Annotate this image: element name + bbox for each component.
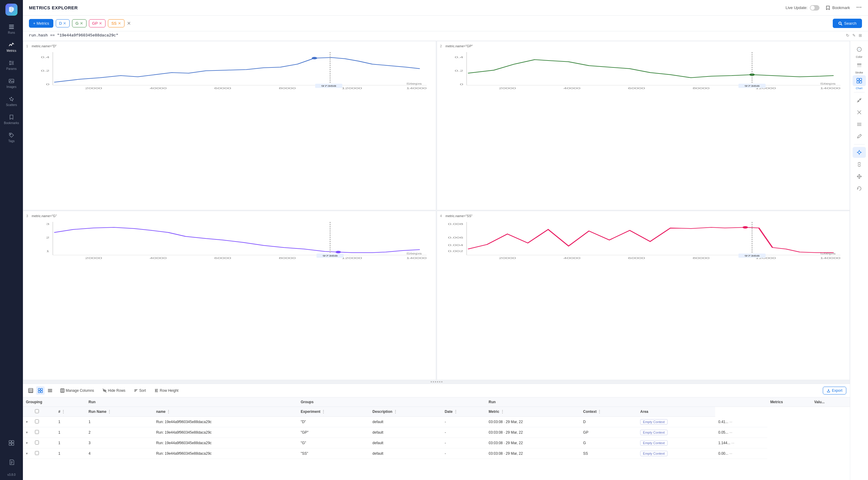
row-checkbox[interactable]: [32, 438, 56, 448]
view-table-btn[interactable]: [27, 386, 35, 395]
row-groups-name: "G": [298, 438, 370, 448]
row-experiment: default: [370, 427, 442, 438]
sidebar-item-metrics[interactable]: Metrics: [2, 39, 21, 56]
remove-tag-d[interactable]: ✕: [63, 21, 66, 26]
row-chevron[interactable]: ▾: [23, 448, 32, 459]
svg-point-14: [10, 99, 11, 101]
color-tool-btn[interactable]: [852, 44, 866, 55]
svg-text:40000: 40000: [150, 256, 167, 260]
export-button[interactable]: Export: [823, 387, 846, 395]
svg-text:40000: 40000: [564, 87, 581, 90]
scatter-icon[interactable]: [852, 95, 866, 106]
row-context[interactable]: Empty Context: [637, 417, 715, 427]
row-checkbox[interactable]: [32, 448, 56, 459]
svg-text:60000: 60000: [628, 87, 645, 90]
manage-columns-button[interactable]: Manage Columns: [58, 387, 96, 394]
row-context[interactable]: Empty Context: [637, 448, 715, 459]
clear-all-tags[interactable]: ✕: [127, 21, 131, 26]
chart-d-label: metric.name="D": [32, 44, 433, 48]
svg-point-41: [312, 57, 317, 59]
chart-gp-svg: 0.4 0.2 0 20000 40000 60000 80000 120000…: [439, 49, 847, 91]
row-checkbox[interactable]: [32, 417, 56, 427]
row-description: -: [442, 417, 486, 427]
svg-rect-105: [61, 389, 64, 392]
row-checkbox[interactable]: [32, 427, 56, 438]
content-area: 1 metric.name="D" 0.4 0.2 0 20000 40000 …: [23, 41, 868, 480]
stroke-tool-btn[interactable]: [852, 60, 866, 70]
sidebar-item-tags[interactable]: Tags: [2, 129, 21, 146]
empty-context-badge[interactable]: Empty Context: [640, 451, 667, 456]
panel-resize-handle[interactable]: [23, 380, 850, 384]
add-metrics-button[interactable]: + Metrics: [29, 19, 53, 28]
svg-rect-9: [9, 79, 14, 83]
sidebar-item-bookmarks[interactable]: Bookmarks: [2, 111, 21, 128]
svg-text:80000: 80000: [279, 87, 296, 90]
svg-text:97368: 97368: [322, 254, 338, 257]
row-context[interactable]: Empty Context: [637, 427, 715, 438]
filter-actions: ↻ ✎ ⊞: [846, 33, 862, 38]
search-button[interactable]: Search: [833, 19, 862, 28]
row-date: 03:03:08 · 29 Mar, 22: [486, 438, 580, 448]
remove-tag-g[interactable]: ✕: [80, 21, 83, 26]
empty-context-badge[interactable]: Empty Context: [640, 430, 667, 435]
view-list-btn[interactable]: [46, 386, 54, 395]
row-chevron[interactable]: ▾: [23, 438, 32, 448]
menu-button[interactable]: [856, 4, 862, 11]
svg-rect-20: [12, 443, 14, 445]
row-groups-name: "SS": [298, 448, 370, 459]
tag-chip-g[interactable]: G ✕: [72, 19, 86, 27]
table-wrapper[interactable]: Grouping Run Groups Run Metrics Valu...: [23, 398, 850, 480]
main-content: METRICS EXPLORER Live Update: Bookmark +…: [23, 0, 868, 480]
tag-chip-d[interactable]: D ✕: [56, 19, 70, 27]
pen-icon[interactable]: [852, 131, 866, 142]
empty-context-badge[interactable]: Empty Context: [640, 440, 667, 446]
crosshair-icon[interactable]: [852, 147, 866, 158]
sidebar-item-images[interactable]: Images: [2, 75, 21, 92]
svg-text:1: 1: [46, 250, 50, 253]
table-section: Manage Columns Hide Rows Sort Row Height: [23, 384, 850, 480]
remove-tag-gp[interactable]: ✕: [99, 21, 102, 26]
svg-point-13: [12, 99, 13, 100]
svg-text:20000: 20000: [85, 87, 102, 90]
row-height-button[interactable]: Row Height: [152, 387, 181, 394]
refresh-icon[interactable]: [852, 183, 866, 194]
zoom-icon[interactable]: [852, 159, 866, 170]
sidebar-item-params[interactable]: Params: [2, 57, 21, 73]
svg-text:40000: 40000: [564, 256, 581, 260]
tag-chip-ss[interactable]: SS ✕: [108, 19, 124, 27]
table-row: ▾ 1 3 Run: 19e44a9f960345e88daca29c "G" …: [23, 438, 850, 448]
svg-rect-1: [9, 26, 14, 27]
row-run-name: Run: 19e44a9f960345e88daca29c: [153, 438, 298, 448]
sidebar-item-scatters[interactable]: Scatters: [2, 93, 21, 110]
row-chevron[interactable]: ▾: [23, 417, 32, 427]
close-icon[interactable]: [852, 107, 866, 118]
tag-chip-gp[interactable]: GP ✕: [89, 19, 106, 27]
row-chevron[interactable]: ▾: [23, 427, 32, 438]
view-grid-btn[interactable]: [36, 386, 44, 395]
chart-tool-btn[interactable]: [852, 75, 866, 86]
row-context[interactable]: Empty Context: [637, 438, 715, 448]
right-sidebar: Color Stroke Chart: [850, 41, 868, 480]
sidebar-item-runs[interactable]: Runs: [2, 21, 21, 37]
svg-text:120000: 120000: [342, 256, 362, 260]
sidebar-item-integrations[interactable]: [2, 435, 21, 451]
lines-icon[interactable]: [852, 119, 866, 130]
svg-point-5: [9, 64, 10, 65]
row-date: 03:03:08 · 29 Mar, 22: [486, 448, 580, 459]
row-date: 03:03:08 · 29 Mar, 22: [486, 417, 580, 427]
sort-button[interactable]: Sort: [131, 387, 148, 394]
copy-filter-icon[interactable]: ⊞: [859, 33, 862, 38]
edit-filter-icon[interactable]: ✎: [852, 33, 856, 38]
svg-rect-122: [857, 81, 859, 83]
refresh-filter-icon[interactable]: ↻: [846, 33, 849, 38]
move-icon[interactable]: [852, 171, 866, 182]
hide-rows-button[interactable]: Hide Rows: [100, 387, 128, 394]
select-all-checkbox[interactable]: [35, 409, 39, 413]
sidebar-item-docs[interactable]: [2, 454, 21, 471]
remove-tag-ss[interactable]: ✕: [118, 21, 121, 26]
chart-g-svg: 3 2 1 20000 40000 60000 80000 120000 140…: [26, 219, 433, 261]
table-view-buttons: [27, 386, 54, 395]
bookmark-button[interactable]: Bookmark: [826, 5, 850, 10]
empty-context-badge[interactable]: Empty Context: [640, 419, 667, 424]
live-update-toggle[interactable]: [810, 5, 819, 10]
